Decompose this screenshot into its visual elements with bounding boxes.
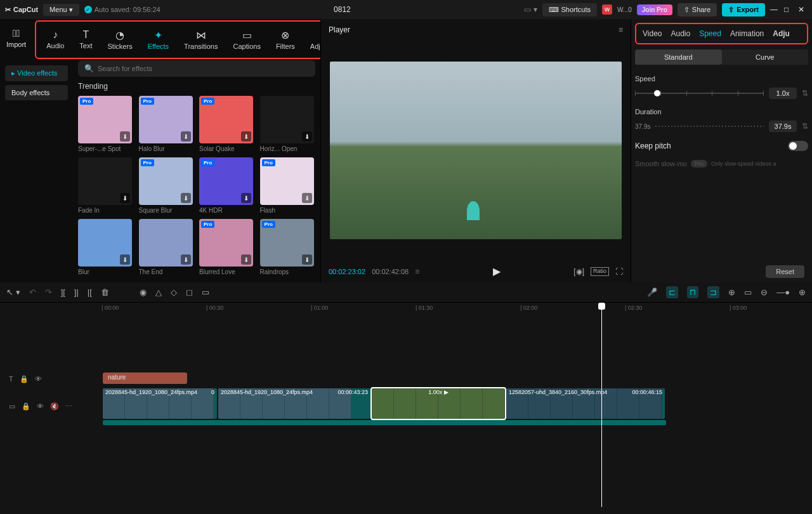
video-clip[interactable]: 2028845-hd_1920_1080_24fps.mp40: [103, 388, 217, 419]
effect-card[interactable]: ⬇Fade In: [78, 157, 132, 214]
rotate-icon[interactable]: ◇: [171, 287, 177, 297]
download-icon[interactable]: ⬇: [120, 131, 130, 142]
zoom-in-icon[interactable]: ⊕: [799, 287, 806, 297]
download-icon[interactable]: ⬇: [241, 193, 251, 203]
aspect-icon[interactable]: ▭ ▾: [524, 5, 537, 14]
magnet-left-icon[interactable]: ⊏: [666, 286, 678, 298]
download-icon[interactable]: ⬇: [181, 193, 191, 203]
download-icon[interactable]: ⬇: [181, 131, 191, 142]
flip-icon[interactable]: ▭: [202, 287, 209, 297]
stepper-icon[interactable]: ⇅: [802, 89, 808, 98]
download-icon[interactable]: ⬇: [241, 254, 251, 265]
tab-video[interactable]: Video: [643, 29, 662, 38]
tool-stickers[interactable]: ◔Stickers: [100, 27, 140, 53]
speed-value[interactable]: 1.0x: [769, 88, 797, 99]
search-input[interactable]: [98, 65, 309, 72]
download-icon[interactable]: ⬇: [302, 254, 312, 265]
redo-icon[interactable]: ↷: [45, 287, 52, 297]
fullscreen-icon[interactable]: ⛶: [615, 267, 623, 276]
zoom-slider[interactable]: —●: [776, 287, 790, 297]
video-effects-tab[interactable]: ▸ Video effects: [5, 65, 68, 81]
maximize-icon[interactable]: □: [784, 5, 793, 14]
scale-icon[interactable]: [◉]: [573, 267, 584, 276]
tab-adjust[interactable]: Adju: [773, 29, 790, 38]
stepper-icon[interactable]: ⇅: [802, 122, 808, 131]
search-bar[interactable]: 🔍: [78, 60, 315, 77]
shortcuts-button[interactable]: ⌨ Shortcuts: [542, 3, 597, 16]
body-effects-tab[interactable]: Body effects: [5, 85, 68, 100]
more-icon[interactable]: ⋯: [65, 402, 72, 411]
mute-icon[interactable]: 🔇: [50, 402, 59, 411]
link-icon[interactable]: ⊕: [728, 287, 735, 297]
tool-effects[interactable]: ✦Effects: [140, 27, 176, 53]
download-icon[interactable]: ⬇: [120, 254, 130, 265]
curve-mode[interactable]: Curve: [722, 49, 809, 65]
crop-icon[interactable]: ◻: [186, 287, 193, 297]
effect-card[interactable]: Pro⬇Square Blur: [139, 157, 193, 214]
duration-value[interactable]: 37.9s: [769, 121, 797, 132]
list-icon[interactable]: ≡: [415, 267, 419, 276]
import-button[interactable]: ▸⃞ Import: [0, 25, 32, 51]
split-right-icon[interactable]: |[: [88, 287, 92, 297]
tool-audio[interactable]: ♪Audio: [39, 27, 72, 53]
undo-icon[interactable]: ↶: [29, 287, 36, 297]
close-icon[interactable]: ✕: [798, 5, 807, 14]
magnet-right-icon[interactable]: ⊐: [707, 286, 719, 298]
record-icon[interactable]: ◉: [140, 287, 147, 297]
tool-filters[interactable]: ⊗Filters: [268, 27, 303, 53]
lock-icon[interactable]: 🔒: [22, 402, 30, 411]
download-icon[interactable]: ⬇: [181, 254, 191, 265]
video-clip[interactable]: 1.00x ▶: [372, 388, 505, 419]
minimize-icon[interactable]: —: [770, 5, 779, 14]
effect-card[interactable]: Pro⬇4K HDR: [199, 157, 253, 214]
eye-icon[interactable]: 👁: [37, 402, 44, 410]
download-icon[interactable]: ⬇: [302, 131, 312, 142]
effect-card[interactable]: Pro⬇Flash: [260, 157, 314, 214]
zoom-out-icon[interactable]: ⊖: [761, 287, 768, 297]
text-clip[interactable]: nature: [103, 372, 187, 384]
split-left-icon[interactable]: ]|: [74, 287, 79, 297]
duration-slider[interactable]: [655, 126, 764, 127]
delete-icon[interactable]: 🗑: [101, 287, 109, 297]
join-pro-button[interactable]: Join Pro: [637, 4, 672, 15]
share-button[interactable]: ⇧ Share: [678, 3, 717, 16]
playhead[interactable]: [601, 304, 602, 507]
tool-transitions[interactable]: ⋈Transitions: [176, 27, 225, 53]
tool-captions[interactable]: ▭Captions: [225, 27, 268, 53]
keep-pitch-toggle[interactable]: [788, 141, 808, 151]
audio-track-line[interactable]: [103, 420, 666, 425]
tab-audio[interactable]: Audio: [671, 29, 690, 38]
magnet-icon[interactable]: ⊓: [687, 286, 698, 298]
video-clip[interactable]: 12582057-uhd_3840_2160_30fps.mp400:00:46…: [506, 388, 665, 419]
ratio-icon[interactable]: Ratio: [591, 267, 609, 276]
tab-animation[interactable]: Animation: [730, 29, 764, 38]
effect-card[interactable]: Pro⬇Halo Blur: [139, 96, 193, 152]
effect-card[interactable]: ⬇The End: [139, 219, 193, 275]
reset-button[interactable]: Reset: [766, 265, 804, 278]
play-button[interactable]: ▶: [493, 265, 501, 277]
split-icon[interactable]: ][: [61, 287, 65, 297]
speed-slider[interactable]: [635, 93, 764, 94]
preview-area[interactable]: [321, 41, 631, 260]
download-icon[interactable]: ⬇: [302, 193, 312, 203]
player-menu-icon[interactable]: ≡: [619, 25, 623, 34]
tool-text[interactable]: TText: [72, 27, 100, 53]
eye-icon[interactable]: 👁: [35, 375, 42, 383]
effect-card[interactable]: Pro⬇Blurred Love: [199, 219, 253, 275]
preview-icon[interactable]: ▭: [744, 287, 752, 297]
standard-mode[interactable]: Standard: [635, 49, 722, 65]
effect-card[interactable]: Pro⬇Super-...e Spot: [78, 96, 132, 152]
user-avatar[interactable]: W: [602, 4, 612, 15]
video-clip[interactable]: 2028845-hd_1920_1080_24fps.mp400:00:43:2…: [218, 388, 370, 419]
tab-speed[interactable]: Speed: [699, 29, 721, 38]
effect-card[interactable]: ⬇Horiz... Open: [260, 96, 314, 152]
download-icon[interactable]: ⬇: [241, 131, 251, 142]
effect-card[interactable]: Pro⬇Raindrops: [260, 219, 314, 275]
menu-button[interactable]: Menu ▾: [43, 4, 79, 16]
lock-icon[interactable]: 🔒: [20, 375, 29, 383]
export-button[interactable]: ⇧ Export: [722, 3, 765, 16]
download-icon[interactable]: ⬇: [120, 193, 130, 203]
mic-icon[interactable]: 🎤: [647, 287, 657, 297]
cursor-icon[interactable]: ↖ ▾: [6, 287, 20, 297]
mirror-icon[interactable]: △: [155, 287, 162, 297]
